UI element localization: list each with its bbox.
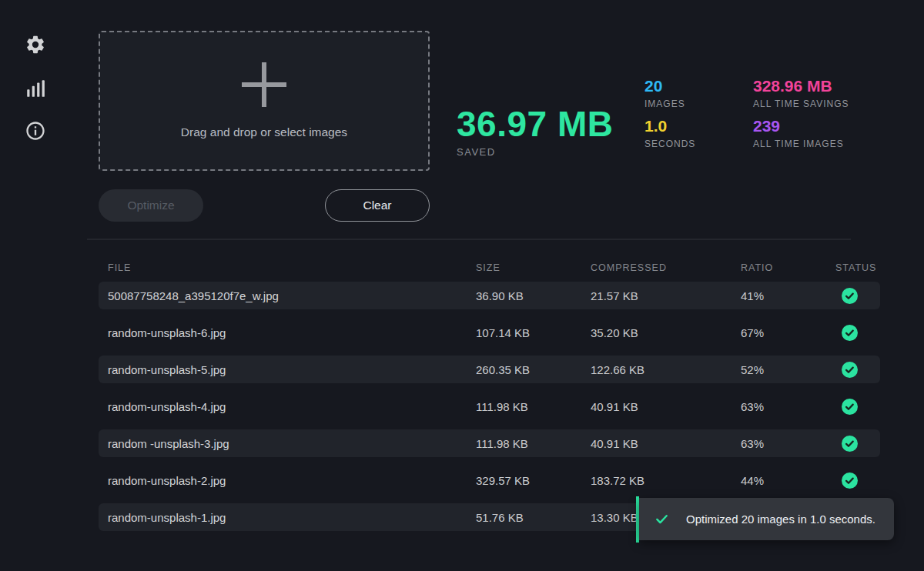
column-header-ratio: RATIO: [741, 262, 835, 273]
plus-icon: [242, 62, 286, 107]
clear-button[interactable]: Clear: [325, 189, 430, 222]
ratio-cell: 52%: [741, 363, 835, 376]
size-cell: 260.35 KB: [476, 363, 591, 376]
all-time-images-value: 239: [753, 117, 849, 135]
table-row: random-unsplash-2.jpg 329.57 KB 183.72 K…: [99, 466, 880, 494]
success-check-icon: [842, 362, 858, 378]
size-cell: 329.57 KB: [476, 474, 591, 487]
compressed-cell: 40.91 KB: [591, 437, 741, 450]
sidebar-item-statistics[interactable]: [23, 77, 48, 102]
all-time-stats: 328.96 MB ALL TIME SAVINGS 239 ALL TIME …: [753, 77, 849, 149]
table-body: 50087758248_a395120f7e_w.jpg 36.90 KB 21…: [99, 282, 880, 531]
all-time-savings-label: ALL TIME SAVINGS: [753, 99, 849, 109]
gear-icon: [25, 34, 46, 58]
success-check-icon: [842, 472, 858, 489]
column-header-file: FILE: [108, 262, 476, 273]
toast-notification[interactable]: Optimized 20 images in 1.0 seconds.: [636, 496, 894, 543]
ratio-cell: 67%: [741, 326, 835, 339]
images-value: 20: [644, 77, 695, 95]
saved-value: 36.97 MB: [457, 105, 613, 143]
ratio-cell: 63%: [741, 437, 835, 450]
images-label: IMAGES: [644, 99, 695, 109]
status-cell: [835, 436, 880, 452]
sidebar: [22, 34, 49, 145]
file-name-cell: random-unsplash-4.jpg: [108, 400, 476, 413]
all-time-images-label: ALL TIME IMAGES: [753, 139, 849, 149]
file-name-cell: random-unsplash-2.jpg: [108, 474, 476, 487]
size-cell: 36.90 KB: [476, 289, 591, 302]
file-name-cell: random -unsplash-3.jpg: [108, 437, 476, 450]
size-cell: 111.98 KB: [476, 400, 591, 413]
all-time-images-stat: 239 ALL TIME IMAGES: [753, 117, 849, 149]
status-cell: [835, 399, 880, 415]
compressed-cell: 21.57 KB: [591, 289, 741, 302]
status-cell: [835, 472, 880, 489]
compressed-cell: 183.72 KB: [591, 474, 741, 487]
all-time-savings-stat: 328.96 MB ALL TIME SAVINGS: [753, 77, 849, 109]
seconds-label: SECONDS: [644, 139, 695, 149]
success-check-icon: [842, 436, 858, 452]
toast-body: Optimized 20 images in 1.0 seconds.: [639, 498, 894, 540]
ratio-cell: 41%: [741, 289, 835, 302]
results-table: FILE SIZE COMPRESSED RATIO STATUS 500877…: [99, 254, 880, 531]
column-header-compressed: COMPRESSED: [591, 262, 741, 273]
section-divider: [87, 239, 851, 240]
saved-label: SAVED: [457, 146, 613, 158]
table-row: random-unsplash-4.jpg 111.98 KB 40.91 KB…: [99, 392, 880, 420]
bar-chart-icon: [25, 77, 46, 102]
saved-stat: 36.97 MB SAVED: [457, 105, 613, 158]
table-row: random-unsplash-5.jpg 260.35 KB 122.66 K…: [99, 356, 880, 383]
sidebar-item-settings[interactable]: [23, 34, 48, 58]
table-header: FILE SIZE COMPRESSED RATIO STATUS: [99, 254, 880, 282]
info-icon: [25, 120, 46, 145]
size-cell: 111.98 KB: [476, 437, 591, 450]
compressed-cell: 122.66 KB: [591, 363, 741, 376]
check-icon: [654, 512, 669, 526]
success-check-icon: [842, 288, 858, 304]
table-row: random-unsplash-6.jpg 107.14 KB 35.20 KB…: [99, 319, 880, 346]
table-row: 50087758248_a395120f7e_w.jpg 36.90 KB 21…: [99, 282, 880, 309]
optimize-button[interactable]: Optimize: [99, 189, 203, 222]
column-header-status: STATUS: [835, 262, 880, 273]
success-check-icon: [842, 399, 858, 415]
compressed-cell: 40.91 KB: [591, 400, 741, 413]
status-cell: [835, 288, 880, 304]
seconds-value: 1.0: [644, 117, 695, 135]
toast-message: Optimized 20 images in 1.0 seconds.: [686, 513, 875, 526]
status-cell: [835, 325, 880, 341]
size-cell: 51.76 KB: [476, 511, 591, 524]
all-time-savings-value: 328.96 MB: [753, 77, 849, 95]
images-stat: 20 IMAGES: [644, 77, 695, 109]
ratio-cell: 44%: [741, 474, 835, 487]
column-header-size: SIZE: [476, 262, 591, 273]
status-cell: [835, 362, 880, 378]
file-name-cell: random-unsplash-6.jpg: [108, 326, 476, 339]
file-name-cell: random-unsplash-1.jpg: [108, 511, 476, 524]
file-name-cell: 50087758248_a395120f7e_w.jpg: [108, 289, 476, 302]
ratio-cell: 63%: [741, 400, 835, 413]
success-check-icon: [842, 325, 858, 341]
dropzone[interactable]: Drag and drop or select images: [99, 31, 430, 171]
seconds-stat: 1.0 SECONDS: [644, 117, 695, 149]
file-name-cell: random-unsplash-5.jpg: [108, 363, 476, 376]
table-row: random -unsplash-3.jpg 111.98 KB 40.91 K…: [99, 429, 880, 457]
session-stats: 20 IMAGES 1.0 SECONDS: [644, 77, 695, 149]
compressed-cell: 35.20 KB: [591, 326, 741, 339]
dropzone-label: Drag and drop or select images: [181, 125, 347, 139]
size-cell: 107.14 KB: [476, 326, 591, 339]
sidebar-item-about[interactable]: [23, 120, 48, 145]
